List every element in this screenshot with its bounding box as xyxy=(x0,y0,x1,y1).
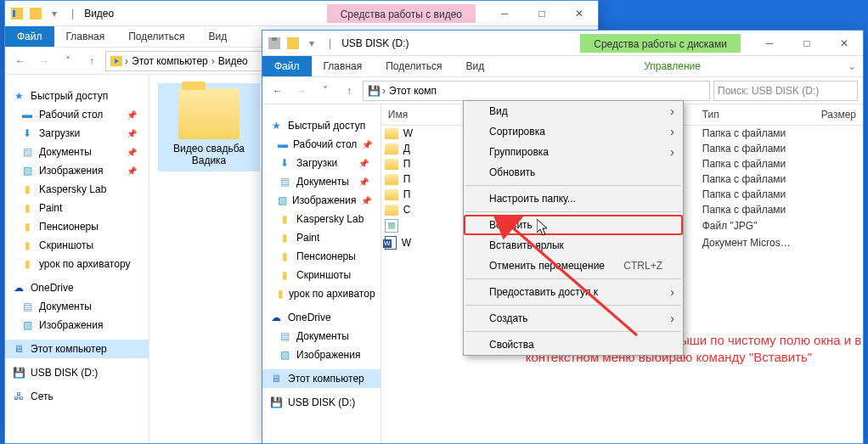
sidebar-onedrive[interactable]: ☁OneDrive xyxy=(5,278,149,297)
menu-item[interactable]: Сортировка xyxy=(464,121,683,142)
titlebar[interactable]: ▾ | Видео Средства работы с видео ─ □ ✕ xyxy=(5,1,598,26)
sidebar-quick-access[interactable]: ★Быстрый доступ xyxy=(5,87,149,105)
tab-manage[interactable]: Управление xyxy=(632,56,713,76)
desktop-icon: ▬ xyxy=(278,138,288,151)
file-type: Файл "JPG" xyxy=(696,220,814,232)
contextual-tab-video[interactable]: Средства работы с видео xyxy=(327,4,476,23)
sidebar-item-screenshots[interactable]: ▮Скриншоты xyxy=(262,266,380,284)
pictures-icon: ▧ xyxy=(278,194,287,207)
minimize-button[interactable]: ─ xyxy=(751,31,788,55)
file-menu[interactable]: Файл xyxy=(262,56,312,76)
minimize-button[interactable]: ─ xyxy=(486,1,523,25)
file-name: Д xyxy=(403,143,410,155)
tab-home[interactable]: Главная xyxy=(312,56,375,76)
word-icon xyxy=(385,236,397,250)
tab-share[interactable]: Поделиться xyxy=(116,26,196,47)
tab-view[interactable]: Вид xyxy=(196,26,239,47)
sidebar-item-documents[interactable]: ▤Документы📌 xyxy=(262,172,380,191)
sidebar-item-kaspersky[interactable]: ▮Kaspersky Lab xyxy=(5,180,149,199)
sidebar-item-pictures[interactable]: ▧Изображения📌 xyxy=(5,161,149,180)
sidebar-item-pictures[interactable]: ▧Изображения📌 xyxy=(262,191,380,210)
sidebar-thispc[interactable]: 🖥Этот компьютер xyxy=(262,369,380,388)
sidebar-item-desktop[interactable]: ▬Рабочий стол📌 xyxy=(5,105,149,124)
sidebar-item-pensionery[interactable]: ▮Пенсионеры xyxy=(262,247,380,266)
tab-home[interactable]: Главная xyxy=(54,26,117,47)
up-button[interactable]: ↑ xyxy=(339,81,359,101)
sidebar-item-screenshots[interactable]: ▮Скриншоты xyxy=(5,236,149,255)
close-button[interactable]: ✕ xyxy=(561,1,598,25)
folder-icon: ▮ xyxy=(20,257,34,271)
recent-dropdown[interactable]: ˅ xyxy=(58,51,78,71)
qat-item[interactable] xyxy=(29,7,42,20)
folder-icon xyxy=(385,128,398,139)
folder-icon: ▮ xyxy=(278,212,291,226)
pin-icon: 📌 xyxy=(127,129,137,138)
sidebar-od-pics[interactable]: ▧Изображения xyxy=(262,346,380,364)
sidebar-item-paint[interactable]: ▮Paint xyxy=(5,199,149,217)
menu-item[interactable]: Обновить xyxy=(464,162,683,183)
up-button[interactable]: ↑ xyxy=(82,51,102,71)
pictures-icon: ▧ xyxy=(20,164,34,177)
menu-item[interactable]: Настроить папку... xyxy=(464,188,683,209)
file-type: Папка с файлами xyxy=(696,173,814,185)
file-menu[interactable]: Файл xyxy=(5,26,54,47)
maximize-button[interactable]: □ xyxy=(788,31,826,55)
sidebar-item-documents[interactable]: ▤Документы📌 xyxy=(5,143,149,161)
menu-item[interactable]: Группировка xyxy=(464,142,683,162)
documents-icon: ▤ xyxy=(278,329,291,343)
pc-icon: 🖥 xyxy=(12,342,25,356)
close-button[interactable]: ✕ xyxy=(826,31,863,55)
qat-item[interactable] xyxy=(286,37,300,50)
back-button[interactable]: ← xyxy=(10,51,31,71)
forward-button[interactable]: → xyxy=(34,51,54,71)
crumb-thispc[interactable]: Этот комп xyxy=(387,85,438,97)
folder-item-wedding[interactable]: Видео свадьба Вадика xyxy=(158,83,260,171)
ribbon-expand-icon[interactable]: ⌄ xyxy=(841,56,863,76)
qat-dropdown-icon[interactable]: ▾ xyxy=(48,7,61,20)
sidebar-item-archiver[interactable]: ▮урок по архиватору xyxy=(5,255,149,273)
svg-rect-7 xyxy=(287,37,299,49)
sidebar-od-pics[interactable]: ▧Изображения xyxy=(5,316,149,334)
sidebar-od-docs[interactable]: ▤Документы xyxy=(5,297,149,316)
contextual-tab-drive[interactable]: Средства работы с дисками xyxy=(580,34,741,53)
tab-share[interactable]: Поделиться xyxy=(374,56,454,76)
crumb-thispc[interactable]: Этот компьютер xyxy=(130,55,210,67)
usb-icon: 💾 xyxy=(12,366,25,379)
sidebar-item-pensionery[interactable]: ▮Пенсионеры xyxy=(5,217,149,236)
sidebar-item-downloads[interactable]: ⬇Загрузки📌 xyxy=(262,154,380,172)
tab-view[interactable]: Вид xyxy=(454,56,496,76)
sidebar-thispc[interactable]: 🖥Этот компьютер xyxy=(5,340,149,358)
sidebar-item-paint[interactable]: ▮Paint xyxy=(262,228,380,247)
qat-dropdown-icon[interactable]: ▾ xyxy=(305,37,318,50)
crumb-video[interactable]: Видео xyxy=(217,55,250,67)
titlebar[interactable]: ▾ | USB DISK (D:) Средства работы с диск… xyxy=(262,31,863,56)
folder-icon: ▮ xyxy=(20,183,34,196)
file-name: П xyxy=(403,158,411,170)
recent-dropdown[interactable]: ˅ xyxy=(315,81,335,101)
sidebar-usb[interactable]: 💾USB DISK (D:) xyxy=(262,393,380,412)
maximize-button[interactable]: □ xyxy=(523,1,561,25)
svg-rect-2 xyxy=(30,8,42,20)
folder-icon: ▮ xyxy=(278,231,291,244)
forward-button[interactable]: → xyxy=(291,81,312,101)
folder-label: Видео свадьба Вадика xyxy=(160,143,258,166)
pin-icon: 📌 xyxy=(127,166,137,176)
menu-label: Настроить папку... xyxy=(489,193,576,205)
menu-item[interactable]: Вид xyxy=(464,101,683,121)
sidebar-item-kaspersky[interactable]: ▮Kaspersky Lab xyxy=(262,210,380,228)
breadcrumb[interactable]: 💾 › Этот комп xyxy=(363,81,710,101)
sidebar-network[interactable]: 🖧Сеть xyxy=(5,387,149,406)
sidebar-onedrive[interactable]: ☁OneDrive xyxy=(262,308,380,327)
col-type[interactable]: Тип xyxy=(696,104,814,125)
col-size[interactable]: Размер xyxy=(814,104,863,125)
sidebar-item-downloads[interactable]: ⬇Загрузки📌 xyxy=(5,124,149,143)
file-name: П xyxy=(403,173,411,185)
search-input[interactable]: Поиск: USB DISK (D:) xyxy=(713,81,858,101)
sidebar-item-archiver[interactable]: ▮урок по архиватор xyxy=(262,284,380,303)
sidebar-od-docs[interactable]: ▤Документы xyxy=(262,327,380,346)
usb-icon: 💾 xyxy=(367,84,380,98)
sidebar-item-desktop[interactable]: ▬Рабочий стол📌 xyxy=(262,135,380,154)
back-button[interactable]: ← xyxy=(268,81,288,101)
sidebar-usb[interactable]: 💾USB DISK (D:) xyxy=(5,363,149,382)
sidebar-quick-access[interactable]: ★Быстрый доступ xyxy=(262,116,380,135)
